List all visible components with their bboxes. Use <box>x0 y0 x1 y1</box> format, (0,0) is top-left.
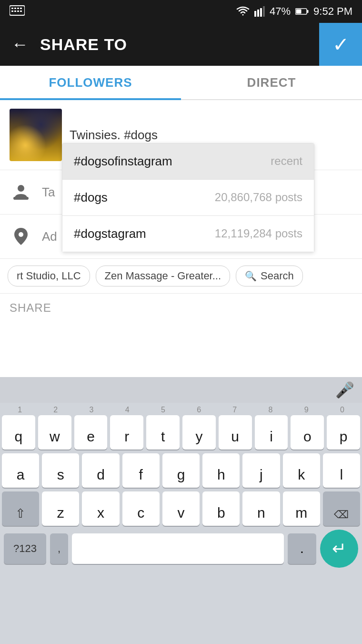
num-hint-7: 7 <box>217 406 252 414</box>
key-l[interactable]: l <box>323 453 360 488</box>
content-area: Twinsies. #dogs #dogsofinstagram recent … <box>0 100 362 322</box>
key-y[interactable]: y <box>182 415 216 450</box>
key-z[interactable]: z <box>42 491 79 526</box>
share-section: SHARE <box>0 294 362 322</box>
hashtag-item-dogstagram[interactable]: #dogstagram 12,119,284 posts <box>62 216 314 252</box>
key-o[interactable]: o <box>291 415 324 450</box>
hashtag-item-dogs[interactable]: #dogs 20,860,768 posts <box>62 180 314 216</box>
svg-rect-3 <box>17 8 19 9</box>
num-hint-1: 1 <box>2 406 38 414</box>
location-chip-zen[interactable]: Zen Massage - Greater... <box>96 266 231 286</box>
tab-followers[interactable]: FOLLOWERS <box>0 66 181 99</box>
post-caption: Twinsies. #dogs <box>70 128 158 142</box>
key-n[interactable]: n <box>242 491 280 526</box>
tab-direct[interactable]: DIRECT <box>181 66 362 99</box>
svg-rect-8 <box>20 10 22 12</box>
key-e[interactable]: e <box>74 415 108 450</box>
top-bar-left: ← SHARE TO <box>0 34 127 54</box>
key-enter[interactable]: ↵ <box>320 530 358 568</box>
post-image <box>10 109 62 161</box>
key-a[interactable]: a <box>2 453 39 488</box>
key-j[interactable]: j <box>242 453 280 488</box>
tag-label: Ta <box>42 185 55 200</box>
location-pin-icon <box>10 225 32 248</box>
hashtag-item-dogsofinstagram[interactable]: #dogsofinstagram recent <box>62 143 314 180</box>
key-r[interactable]: r <box>110 415 143 450</box>
keyboard-segment-2 <box>123 377 239 403</box>
svg-rect-0 <box>10 6 25 15</box>
keyboard-rows: q w e r t y u i o p a s d f g h j k l ⇧ … <box>0 415 362 526</box>
key-symbols[interactable]: ?123 <box>4 533 46 564</box>
key-comma[interactable]: , <box>50 533 68 564</box>
wifi-icon <box>236 6 250 17</box>
svg-rect-12 <box>263 6 265 17</box>
location-chip-search[interactable]: 🔍 Search <box>236 266 303 286</box>
mic-icon[interactable]: 🎤 <box>335 381 354 399</box>
location-chip-studio[interactable]: rt Studio, LLC <box>8 266 90 286</box>
keyboard-segment-3: 🎤 <box>239 377 354 403</box>
key-row-1: q w e r t y u i o p <box>2 415 360 450</box>
key-s[interactable]: s <box>42 453 79 488</box>
key-k[interactable]: k <box>283 453 320 488</box>
keyboard-top-row: 🎤 <box>0 377 362 403</box>
key-h[interactable]: h <box>202 453 240 488</box>
key-m[interactable]: m <box>283 491 320 526</box>
hashtag-meta: 12,119,284 posts <box>215 227 302 240</box>
key-v[interactable]: v <box>162 491 200 526</box>
key-backspace[interactable]: ⌫ <box>323 491 360 526</box>
num-hint-3: 3 <box>73 406 109 414</box>
key-g[interactable]: g <box>162 453 200 488</box>
keyboard-icon <box>10 5 25 18</box>
svg-rect-9 <box>254 11 256 17</box>
tabs: FOLLOWERS DIRECT <box>0 66 362 100</box>
svg-rect-6 <box>14 10 16 12</box>
hashtag-meta: recent <box>271 154 302 168</box>
key-f[interactable]: f <box>122 453 160 488</box>
post-caption-area: Twinsies. #dogs #dogsofinstagram recent … <box>62 128 352 143</box>
svg-point-18 <box>19 232 23 237</box>
num-hint-2: 2 <box>38 406 73 414</box>
location-label: Ad <box>42 229 57 244</box>
search-icon: 🔍 <box>245 270 257 282</box>
key-u[interactable]: u <box>219 415 252 450</box>
key-shift[interactable]: ⇧ <box>2 491 39 526</box>
status-icons: 47% 9:52 PM <box>236 5 352 18</box>
svg-rect-11 <box>260 8 262 17</box>
hashtag-name: #dogsofinstagram <box>74 154 172 169</box>
key-b[interactable]: b <box>202 491 240 526</box>
key-row-2: a s d f g h j k l <box>2 453 360 488</box>
key-i[interactable]: i <box>255 415 288 450</box>
hashtag-name: #dogs <box>74 190 108 205</box>
hashtag-dropdown: #dogsofinstagram recent #dogs 20,860,768… <box>62 143 314 252</box>
key-d[interactable]: d <box>82 453 119 488</box>
check-icon: ✓ <box>332 33 349 56</box>
key-w[interactable]: w <box>38 415 71 450</box>
key-period[interactable]: . <box>288 533 316 564</box>
key-t[interactable]: t <box>146 415 180 450</box>
clock: 9:52 PM <box>313 5 352 18</box>
person-icon <box>10 181 32 204</box>
key-q[interactable]: q <box>2 415 35 450</box>
post-thumbnail <box>10 109 62 161</box>
keyboard-segment-1 <box>8 377 123 403</box>
num-hint-9: 9 <box>289 406 324 414</box>
svg-rect-4 <box>20 8 22 9</box>
svg-rect-1 <box>11 8 13 9</box>
confirm-button[interactable]: ✓ <box>319 23 362 66</box>
num-hint-4: 4 <box>110 406 145 414</box>
hashtag-meta: 20,860,768 posts <box>215 191 302 204</box>
post-row: Twinsies. #dogs #dogsofinstagram recent … <box>0 100 362 170</box>
key-row-3: ⇧ z x c v b n m ⌫ <box>2 491 360 526</box>
key-p[interactable]: p <box>327 415 360 450</box>
battery-level: 47% <box>270 5 291 18</box>
keyboard-bottom-row: ?123 , . ↵ <box>0 530 362 568</box>
keyboard-number-hints: 1 2 3 4 5 6 7 8 9 0 <box>0 403 362 415</box>
svg-rect-10 <box>257 10 259 17</box>
key-x[interactable]: x <box>82 491 119 526</box>
back-button[interactable]: ← <box>11 34 29 54</box>
num-hint-0: 0 <box>324 406 360 414</box>
svg-rect-14 <box>307 10 309 13</box>
key-space[interactable] <box>72 533 284 564</box>
svg-point-16 <box>18 185 24 192</box>
key-c[interactable]: c <box>122 491 160 526</box>
